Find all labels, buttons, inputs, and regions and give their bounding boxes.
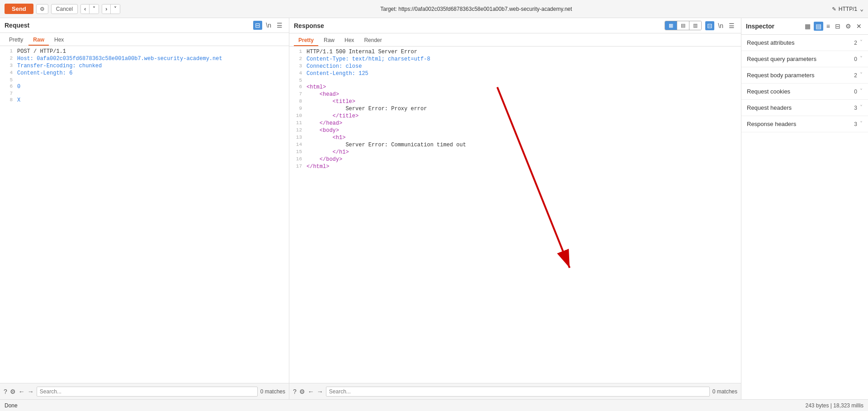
chevron-down-icon: ˅ [860,39,863,46]
inspector-header-icons: ▦ ▤ ≡ ⊟ ⚙ ✕ [803,22,863,31]
inspector-item-label: Request headers [747,104,792,111]
inspector-list-item[interactable]: Request cookies0˅ [741,84,868,100]
inspector-item-label: Request attributes [747,39,795,46]
nav-back-group: ‹ ˅ [80,4,99,14]
response-code-line: 17</html> [289,163,741,170]
response-code-line: 10 </title> [289,112,741,120]
response-search-prev-icon[interactable]: ← [308,388,314,395]
request-code-line: 5 [0,77,289,83]
request-search-matches: 0 matches [260,388,285,395]
response-code-area[interactable]: 1HTTP/1.1 500 Internal Server Error2Cont… [289,47,741,383]
response-tab-raw[interactable]: Raw [319,35,339,46]
request-tabs: Pretty Raw Hex [0,33,289,46]
nav-forward-button[interactable]: › [102,5,111,14]
response-code-line: 8 <title> [289,98,741,105]
chevron-down-icon: ˅ [860,104,863,111]
response-search-input[interactable] [326,387,710,397]
response-code-line: 2Content-Type: text/html; charset=utf-8 [289,56,741,63]
response-more-icon[interactable]: ☰ [727,21,736,30]
cancel-button[interactable]: Cancel [51,4,78,14]
inspector-item-count: 0 [854,56,857,62]
response-tab-render[interactable]: Render [359,35,386,46]
response-header-icons: ⊟ \n ☰ [705,21,736,30]
inspector-list-item[interactable]: Request headers3˅ [741,100,868,116]
response-view-buttons: ▦ ▤ ▥ [665,21,702,30]
chevron-down-icon: ˅ [860,56,863,62]
request-header-icons: ⊟ \n ☰ [253,21,284,30]
request-code-line: 2Host: 0afa002c035fd6878363c58e001a00b7.… [0,55,289,62]
request-code-line: 8X [0,97,289,104]
inspector-item-count: 2 [854,72,857,79]
nav-forward-group: › ˅ [102,4,120,14]
request-code-line: 1POST / HTTP/1.1 [0,48,289,55]
response-code-line: 4Content-Length: 125 [289,70,741,77]
response-code-line: 12 <body> [289,127,741,134]
request-code-line: 4Content-Length: 6 [0,70,289,77]
nav-back-button[interactable]: ‹ [81,5,90,14]
response-code-line: 13 <h1> [289,134,741,141]
request-tab-raw[interactable]: Raw [28,35,49,46]
inspector-align-icon[interactable]: ≡ [825,22,832,31]
response-tab-hex[interactable]: Hex [340,35,359,46]
response-wrap-icon[interactable]: \n [716,21,725,30]
response-send-icon[interactable]: ⊟ [705,21,714,30]
status-done: Done [5,402,18,409]
request-tab-pretty[interactable]: Pretty [5,35,28,46]
request-search-settings-icon[interactable]: ⚙ [10,388,16,395]
request-search-input[interactable] [37,387,258,397]
inspector-split-icon[interactable]: ⊟ [833,22,842,31]
inspector-item-label: Request body parameters [747,72,815,79]
response-view-btn-1[interactable]: ▦ [665,21,677,30]
request-search-prev-icon[interactable]: ← [19,388,25,395]
response-search-next-icon[interactable]: → [317,388,323,395]
request-send-icon[interactable]: ⊟ [253,21,262,30]
inspector-list-item[interactable]: Request attributes2˅ [741,35,868,51]
response-view-btn-2[interactable]: ▤ [677,21,689,30]
inspector-items-list: Request attributes2˅Request query parame… [741,35,868,132]
response-code-line: 11 </head> [289,120,741,127]
send-button[interactable]: Send [5,4,33,14]
inspector-item-label: Response headers [747,121,796,127]
response-view-btn-3[interactable]: ▥ [689,21,701,30]
response-panel-header: Response ▦ ▤ ▥ ⊟ \n ☰ [289,18,741,33]
request-more-icon[interactable]: ☰ [275,21,284,30]
status-bar: Done 243 bytes | 18,323 millis [0,399,868,411]
chevron-down-icon: ˅ [860,72,863,79]
request-code-area[interactable]: 1POST / HTTP/1.12Host: 0afa002c035fd6878… [0,46,289,383]
inspector-list-item[interactable]: Request query parameters0˅ [741,51,868,67]
response-tab-pretty[interactable]: Pretty [294,35,318,46]
request-code-line: 7 [0,90,289,97]
inspector-item-count: 3 [854,121,857,127]
inspector-item-count: 0 [854,89,857,95]
main-content: Request ⊟ \n ☰ Pretty Raw Hex 1POST / HT… [0,18,868,399]
request-wrap-icon[interactable]: \n [264,21,273,30]
response-search-help-icon[interactable]: ? [293,388,297,395]
response-panel: Response ▦ ▤ ▥ ⊟ \n ☰ Pretty Raw Hex Ren… [289,18,741,399]
http-version[interactable]: HTTP/1 [839,6,857,12]
chevron-down-icon: ˅ [860,88,863,95]
request-tab-hex[interactable]: Hex [50,35,68,46]
inspector-list-item[interactable]: Request body parameters2˅ [741,67,868,84]
request-code-line: 60 [0,83,289,90]
chevron-down-icon: ˅ [860,121,863,127]
response-search-settings-icon[interactable]: ⚙ [299,388,305,395]
target-url: Target: https://0afa002c035fd6878363c58e… [123,6,829,12]
request-search-help-icon[interactable]: ? [4,388,7,395]
inspector-settings-icon[interactable]: ⚙ [844,22,853,31]
request-search-next-icon[interactable]: → [28,388,34,395]
inspector-close-icon[interactable]: ✕ [854,22,863,31]
inspector-item-label: Request cookies [747,88,790,95]
edit-icon[interactable]: ✎ [832,5,835,13]
settings-button[interactable]: ⚙ [36,4,48,14]
nav-forward-down-button[interactable]: ˅ [111,5,120,14]
inspector-list-item[interactable]: Response headers3˅ [741,116,868,132]
response-code-line: 3Connection: close [289,63,741,70]
response-code-line: 9 Server Error: Proxy error [289,105,741,112]
response-code-line: 1HTTP/1.1 500 Internal Server Error [289,48,741,56]
response-code-line: 5 [289,77,741,84]
inspector-title: Inspector [746,23,774,30]
response-code-line: 15 </h1> [289,149,741,156]
inspector-view-btn-2[interactable]: ▤ [814,22,823,31]
nav-back-down-button[interactable]: ˅ [90,5,99,14]
inspector-view-btn-1[interactable]: ▦ [803,22,812,31]
